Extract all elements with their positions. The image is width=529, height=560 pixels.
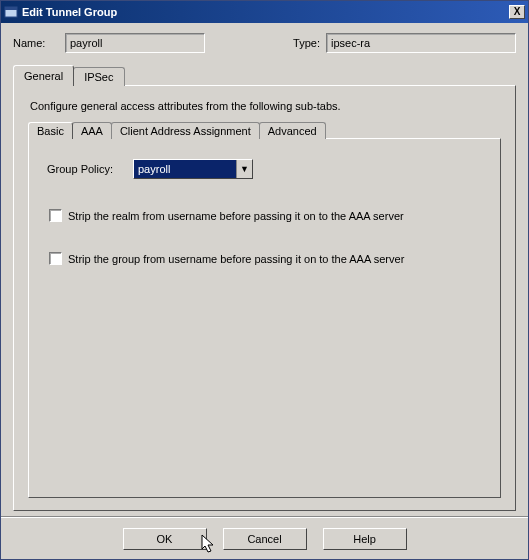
name-label: Name: xyxy=(13,37,57,49)
type-field[interactable] xyxy=(326,33,516,53)
app-icon xyxy=(4,5,18,19)
close-button[interactable]: X xyxy=(509,5,525,19)
dialog-body: Name: Type: General IPSec Configure gene… xyxy=(1,23,528,517)
tab-basic[interactable]: Basic xyxy=(28,122,73,139)
svg-rect-1 xyxy=(5,7,17,10)
inner-tabs: Basic AAA Client Address Assignment Adva… xyxy=(28,122,501,139)
window-title: Edit Tunnel Group xyxy=(22,6,509,18)
help-button[interactable]: Help xyxy=(323,528,407,550)
strip-realm-label: Strip the realm from username before pas… xyxy=(68,210,404,222)
tab-aaa[interactable]: AAA xyxy=(72,122,112,139)
tab-advanced[interactable]: Advanced xyxy=(259,122,326,139)
type-wrap: Type: xyxy=(293,33,516,53)
strip-realm-checkbox[interactable] xyxy=(49,209,62,222)
group-policy-combo[interactable]: payroll ▼ xyxy=(133,159,253,179)
cancel-button[interactable]: Cancel xyxy=(223,528,307,550)
outer-tabs: General IPSec xyxy=(13,65,516,86)
tab-client-address-assignment[interactable]: Client Address Assignment xyxy=(111,122,260,139)
chevron-down-icon: ▼ xyxy=(236,160,252,178)
type-label: Type: xyxy=(293,37,320,49)
tab-ipsec[interactable]: IPSec xyxy=(73,67,124,86)
titlebar: Edit Tunnel Group X xyxy=(1,1,528,23)
strip-group-label: Strip the group from username before pas… xyxy=(68,253,404,265)
header-row: Name: Type: xyxy=(13,33,516,53)
basic-panel: Group Policy: payroll ▼ Strip the realm … xyxy=(28,138,501,498)
panel-description: Configure general access attributes from… xyxy=(30,100,501,112)
strip-group-row: Strip the group from username before pas… xyxy=(49,252,482,265)
tab-general[interactable]: General xyxy=(13,65,74,86)
group-policy-label: Group Policy: xyxy=(47,163,133,175)
general-panel: Configure general access attributes from… xyxy=(13,85,516,511)
dialog-window: Edit Tunnel Group X Name: Type: General … xyxy=(0,0,529,560)
strip-group-checkbox[interactable] xyxy=(49,252,62,265)
ok-button[interactable]: OK xyxy=(123,528,207,550)
name-field[interactable] xyxy=(65,33,205,53)
group-policy-value: payroll xyxy=(134,160,236,178)
dialog-footer: OK Cancel Help xyxy=(1,517,528,559)
strip-realm-row: Strip the realm from username before pas… xyxy=(49,209,482,222)
group-policy-row: Group Policy: payroll ▼ xyxy=(47,159,482,179)
